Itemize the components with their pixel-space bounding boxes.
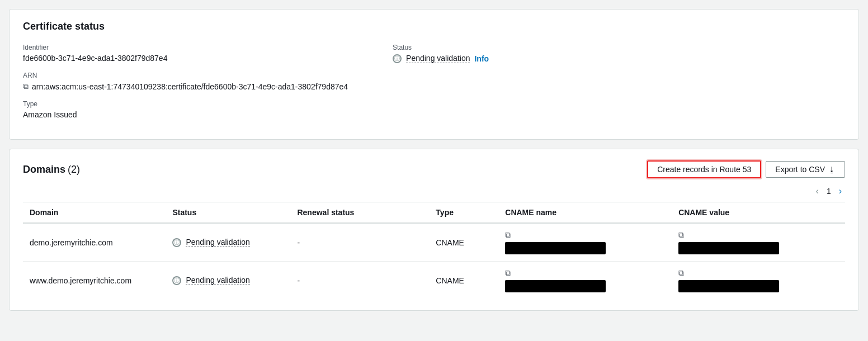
export-csv-label: Export to CSV — [775, 165, 825, 174]
pagination-prev[interactable]: ‹ — [813, 185, 822, 197]
row-pending-icon-0: ⓘ — [172, 238, 181, 247]
arn-value: arn:aws:acm:us-east-1:747340109238:certi… — [32, 82, 348, 91]
identifier-value: fde6600b-3c71-4e9c-ada1-3802f79d87e4 — [23, 54, 348, 63]
cname-value-redacted-1 — [678, 280, 779, 292]
info-link[interactable]: Info — [474, 54, 489, 63]
cell-type-0: CNAME — [429, 223, 498, 262]
cname-value-redacted-0 — [678, 242, 779, 254]
pending-icon: ⓘ — [393, 54, 402, 63]
identifier-field: Identifier fde6600b-3c71-4e9c-ada1-3802f… — [23, 44, 348, 63]
th-renewal: Renewal status — [290, 202, 429, 224]
export-csv-button[interactable]: Export to CSV ⭳ — [766, 161, 845, 178]
cname-name-copy-icon-0[interactable]: ⧉ — [505, 230, 511, 240]
th-cname-name: CNAME name — [498, 202, 672, 224]
status-field: Status ⓘ Pending validation Info — [393, 44, 489, 63]
th-status: Status — [166, 202, 290, 224]
th-cname-value: CNAME value — [672, 202, 845, 224]
row-status-1: Pending validation — [186, 276, 249, 285]
certificate-status-card: Certificate status Identifier fde6600b-3… — [9, 9, 859, 140]
arn-row: ⧉ arn:aws:acm:us-east-1:747340109238:cer… — [23, 82, 348, 91]
cname-value-copy-icon-1[interactable]: ⧉ — [678, 268, 684, 278]
th-type: Type — [429, 202, 498, 224]
type-field: Type Amazon Issued — [23, 100, 348, 119]
domains-table: Domain Status Renewal status Type CNAME … — [23, 202, 845, 299]
arn-copy-icon[interactable]: ⧉ — [23, 82, 29, 91]
pagination-next[interactable]: › — [836, 185, 845, 197]
cell-renewal-0: - — [290, 223, 429, 262]
cell-type-1: CNAME — [429, 262, 498, 300]
cname-name-copy-icon-1[interactable]: ⧉ — [505, 268, 511, 278]
arn-field: ARN ⧉ arn:aws:acm:us-east-1:747340109238… — [23, 72, 348, 91]
domains-actions: Create records in Route 53 Export to CSV… — [647, 160, 845, 178]
row-pending-icon-1: ⓘ — [172, 276, 181, 285]
cname-name-redacted-0 — [505, 242, 606, 254]
arn-label: ARN — [23, 72, 348, 79]
th-domain: Domain — [23, 202, 166, 224]
type-label: Type — [23, 100, 348, 108]
create-records-button[interactable]: Create records in Route 53 — [647, 160, 761, 178]
row-status-0: Pending validation — [186, 238, 249, 247]
domains-card: Domains (2) Create records in Route 53 E… — [9, 149, 859, 311]
cname-name-redacted-1 — [505, 280, 606, 292]
certificate-status-title: Certificate status — [23, 21, 845, 32]
table-header-row: Domain Status Renewal status Type CNAME … — [23, 202, 845, 224]
table-row: demo.jeremyritchie.com ⓘ Pending validat… — [23, 223, 845, 262]
status-label: Status — [393, 44, 489, 51]
cell-domain-0: demo.jeremyritchie.com — [23, 223, 166, 262]
pagination-page: 1 — [827, 187, 831, 196]
cell-cname-value-0: ⧉ — [672, 223, 845, 262]
pagination-row: ‹ 1 › — [23, 185, 845, 197]
type-value: Amazon Issued — [23, 110, 348, 119]
export-icon: ⭳ — [828, 165, 836, 174]
identifier-label: Identifier — [23, 44, 348, 51]
cell-cname-value-1: ⧉ — [672, 262, 845, 300]
cell-domain-1: www.demo.jeremyritchie.com — [23, 262, 166, 300]
cname-value-copy-icon-0[interactable]: ⧉ — [678, 230, 684, 240]
status-row: ⓘ Pending validation Info — [393, 54, 489, 63]
domains-header: Domains (2) Create records in Route 53 E… — [23, 160, 845, 178]
status-value: Pending validation — [406, 54, 470, 63]
domains-title-row: Domains (2) — [23, 164, 80, 176]
cell-cname-name-1: ⧉ — [498, 262, 672, 300]
cell-renewal-1: - — [290, 262, 429, 300]
cell-status-0: ⓘ Pending validation — [166, 223, 290, 262]
cell-status-1: ⓘ Pending validation — [166, 262, 290, 300]
domains-title: Domains — [23, 164, 65, 175]
table-row: www.demo.jeremyritchie.com ⓘ Pending val… — [23, 262, 845, 300]
cell-cname-name-0: ⧉ — [498, 223, 672, 262]
